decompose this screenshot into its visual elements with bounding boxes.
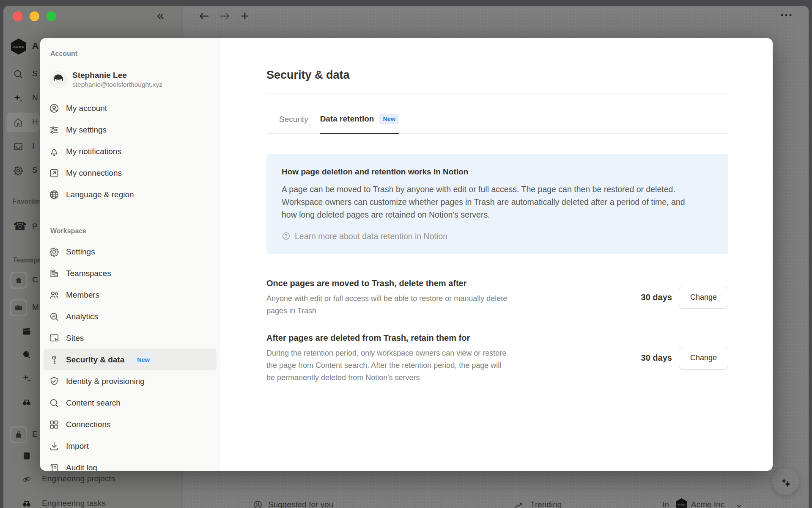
tab-label: Data retention — [320, 114, 374, 124]
sidebar-item-language-region[interactable]: Language & region — [44, 184, 217, 205]
setting-description: During the retention period, only worksp… — [266, 347, 508, 384]
sidebar-item-my-settings[interactable]: My settings — [44, 119, 217, 141]
workspace-section-header: Workspace — [50, 227, 217, 236]
sidebar-item-label: My settings — [66, 125, 107, 135]
setting-description: Anyone with edit or full access will be … — [266, 293, 508, 317]
members-icon — [49, 290, 60, 301]
settings-dialog: Account Stephanie Lee stephanie@toolsfor… — [40, 38, 773, 471]
arrow-out-box-icon — [49, 168, 60, 179]
account-items: My account My settings My notifications — [44, 97, 217, 205]
setting-value: 30 days — [641, 353, 672, 363]
gear-icon — [49, 246, 60, 257]
sidebar-item-label: Import — [66, 442, 89, 451]
scroll-icon — [49, 462, 60, 471]
sidebar-item-label: Analytics — [66, 312, 98, 321]
sidebar-item-label: Connections — [66, 420, 111, 429]
learn-more-link[interactable]: Learn more about data retention in Notio… — [282, 231, 713, 241]
tab-bar: Security Data retention New — [266, 94, 728, 134]
sidebar-item-content-search[interactable]: Content search — [44, 392, 217, 414]
sidebar-item-label: My account — [66, 104, 107, 113]
setting-row-retention-period: After pages are deleted from Trash, reta… — [266, 332, 728, 384]
account-section-header: Account — [50, 50, 217, 58]
sidebar-item-label: My connections — [66, 168, 122, 178]
change-button[interactable]: Change — [679, 286, 728, 309]
tab-data-retention[interactable]: Data retention New — [320, 114, 400, 134]
setting-heading: After pages are deleted from Trash, reta… — [266, 332, 508, 344]
sidebar-item-label: Audit log — [66, 463, 97, 471]
screen: « + ••• ACME A S N H I S Favorites ☎ P T… — [0, 0, 812, 508]
sidebar-item-connections[interactable]: Connections — [44, 414, 217, 435]
setting-heading: Once pages are moved to Trash, delete th… — [266, 278, 508, 289]
user-email: stephanie@toolsforthought.xyz — [72, 80, 162, 89]
sidebar-item-label: Settings — [66, 247, 95, 257]
new-badge: New — [133, 355, 154, 365]
shield-check-icon — [49, 376, 60, 387]
person-circle-icon — [49, 103, 60, 114]
page-title: Security & data — [266, 68, 728, 82]
sidebar-item-analytics[interactable]: Analytics — [44, 306, 217, 327]
tab-security[interactable]: Security — [279, 114, 308, 133]
info-banner-heading: How page deletion and retention works in… — [282, 167, 713, 177]
key-icon — [49, 354, 60, 365]
close-window-button[interactable] — [13, 11, 22, 21]
learn-more-label: Learn more about data retention in Notio… — [295, 231, 447, 241]
sidebar-item-label: Language & region — [66, 190, 134, 199]
change-button[interactable]: Change — [679, 347, 728, 370]
sidebar-item-label: Content search — [66, 398, 121, 408]
sidebar-item-audit-log[interactable]: Audit log — [44, 457, 217, 471]
globe-icon — [49, 189, 60, 200]
account-user-row[interactable]: Stephanie Lee stephanie@toolsforthought.… — [50, 69, 210, 91]
settings-sidebar: Account Stephanie Lee stephanie@toolsfor… — [40, 38, 220, 471]
settings-content: Security & data Security Data retention … — [220, 38, 773, 471]
workspace-items: Settings Teamspaces Members — [44, 241, 217, 471]
avatar — [50, 72, 66, 88]
sidebar-item-label: Identity & provisioning — [66, 377, 145, 386]
building-icon — [49, 268, 60, 279]
sidebar-item-label: Sites — [66, 334, 84, 343]
help-circle-icon — [282, 232, 291, 240]
setting-value: 30 days — [641, 293, 672, 302]
sidebar-item-label: Members — [66, 290, 99, 300]
grid-icon — [49, 419, 60, 430]
sidebar-item-label: My notifications — [66, 147, 121, 156]
sidebar-item-label: Teamspaces — [66, 269, 111, 278]
sidebar-item-settings[interactable]: Settings — [44, 241, 217, 262]
sidebar-item-identity-provisioning[interactable]: Identity & provisioning — [44, 370, 217, 392]
zoom-window-button[interactable] — [47, 11, 56, 21]
sidebar-item-sites[interactable]: Sites — [44, 327, 217, 349]
sidebar-item-my-connections[interactable]: My connections — [44, 162, 217, 184]
sidebar-item-members[interactable]: Members — [44, 284, 217, 306]
bell-icon — [49, 146, 60, 157]
sidebar-item-my-notifications[interactable]: My notifications — [44, 141, 217, 162]
sidebar-item-label: Security & data — [66, 355, 124, 364]
info-banner: How page deletion and retention works in… — [266, 154, 728, 254]
info-banner-body: A page can be moved to Trash by anyone w… — [282, 183, 688, 221]
sidebar-item-import[interactable]: Import — [44, 435, 217, 457]
setting-row-trash-deletion: Once pages are moved to Trash, delete th… — [266, 278, 728, 317]
minimize-window-button[interactable] — [30, 11, 39, 21]
sites-icon — [49, 333, 60, 344]
import-icon — [49, 441, 60, 452]
sidebar-item-security-data[interactable]: Security & data New — [44, 349, 217, 370]
new-badge: New — [379, 114, 399, 124]
sliders-icon — [49, 124, 60, 135]
sidebar-item-my-account[interactable]: My account — [44, 97, 217, 119]
user-name: Stephanie Lee — [72, 70, 162, 80]
search-icon — [49, 398, 60, 409]
sidebar-item-teamspaces[interactable]: Teamspaces — [44, 262, 217, 284]
analytics-icon — [49, 311, 60, 322]
